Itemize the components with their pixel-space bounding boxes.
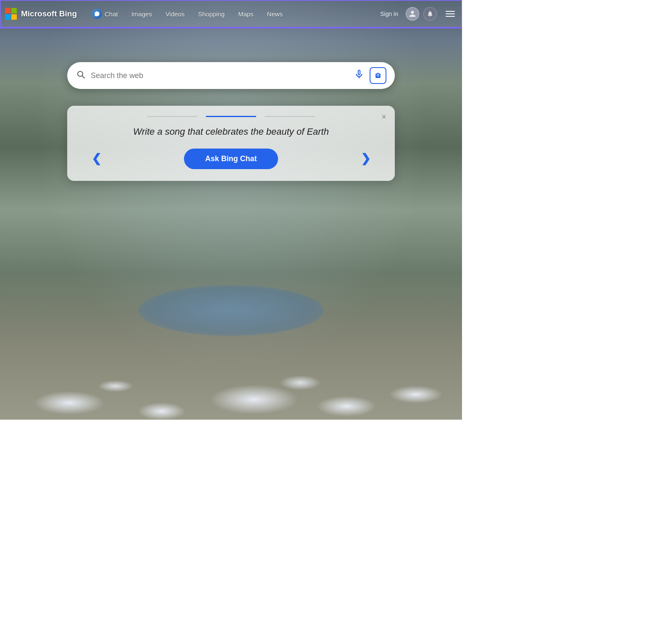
next-arrow-button[interactable]: ❯	[357, 149, 374, 168]
hamburger-line-3	[446, 16, 455, 17]
nav-news[interactable]: News	[260, 7, 290, 21]
logo-green	[11, 8, 17, 13]
logo-text: Microsoft Bing	[21, 9, 77, 18]
prompt-tab-2[interactable]	[206, 116, 256, 117]
sign-in-label: Sign in	[380, 10, 398, 17]
hamburger-line-2	[446, 13, 455, 14]
chat-icon	[92, 9, 102, 19]
sign-in-button[interactable]: Sign in	[377, 9, 402, 19]
nav-items: Chat Images Videos Shopping Maps News	[85, 5, 377, 22]
nav-chat[interactable]: Chat	[85, 5, 125, 22]
prompt-tab-3[interactable]	[265, 116, 315, 117]
logo-yellow	[11, 14, 17, 20]
visual-search-icon[interactable]	[370, 67, 386, 84]
ask-bing-chat-button[interactable]: Ask Bing Chat	[184, 149, 278, 169]
prompt-card: × Write a song that celebrates the beaut…	[67, 106, 395, 181]
nav-right: Sign in	[377, 7, 457, 21]
prompt-text: Write a song that celebrates the beauty …	[88, 125, 374, 138]
images-label: Images	[131, 10, 152, 18]
nav-images[interactable]: Images	[125, 7, 159, 21]
nav-videos[interactable]: Videos	[159, 7, 192, 21]
search-input[interactable]	[91, 71, 349, 80]
nav-maps[interactable]: Maps	[231, 7, 260, 21]
microphone-icon[interactable]	[354, 69, 365, 82]
search-bar	[67, 62, 395, 89]
logo-blue	[5, 14, 10, 20]
prev-arrow-button[interactable]: ❮	[88, 149, 105, 168]
nav-shopping[interactable]: Shopping	[191, 7, 231, 21]
snow-patches	[0, 252, 462, 420]
chat-label: Chat	[105, 10, 118, 18]
videos-label: Videos	[165, 10, 185, 18]
maps-label: Maps	[238, 10, 254, 18]
user-avatar[interactable]	[406, 7, 419, 21]
main-content: × Write a song that celebrates the beaut…	[0, 29, 462, 181]
hamburger-menu[interactable]	[444, 7, 457, 21]
shopping-label: Shopping	[198, 10, 224, 18]
news-label: News	[267, 10, 283, 18]
hamburger-line-1	[446, 11, 455, 12]
navbar: Microsoft Bing Chat Images Videos Shoppi…	[0, 0, 462, 29]
logo-red	[5, 8, 10, 13]
prompt-navigation: ❮ Ask Bing Chat ❯	[88, 149, 374, 169]
close-button[interactable]: ×	[381, 112, 386, 121]
search-icon	[76, 69, 86, 82]
logo-area: Microsoft Bing	[5, 8, 77, 20]
prompt-tabs	[88, 116, 374, 117]
notification-button[interactable]	[423, 7, 437, 21]
prompt-tab-1[interactable]	[147, 116, 197, 117]
microsoft-logo	[5, 8, 17, 20]
